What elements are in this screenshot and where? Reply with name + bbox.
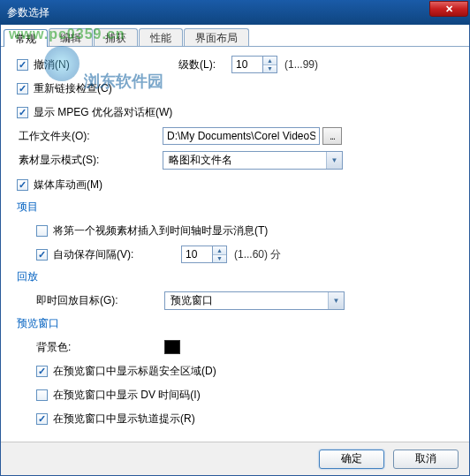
- levels-hint: (1...99): [284, 58, 318, 71]
- undo-label: 撤消(N): [34, 57, 157, 72]
- mediaanim-checkbox[interactable]: [17, 179, 28, 191]
- content-area: 撤消(N) 级数(L): 10 ▲ ▼ (1...99) 重新链接检查(C) 显…: [1, 47, 469, 442]
- mpeg-label: 显示 MPEG 优化器对话框(W): [34, 105, 172, 120]
- close-icon: ✕: [445, 4, 453, 15]
- relink-label: 重新链接检查(C): [34, 81, 112, 96]
- tab-performance[interactable]: 性能: [139, 28, 183, 46]
- relink-checkbox[interactable]: [17, 83, 28, 94]
- spinner-down-icon[interactable]: ▼: [263, 65, 277, 73]
- preview-header: 预览窗口: [17, 316, 453, 331]
- autosave-checkbox[interactable]: [36, 249, 48, 261]
- trackhint-checkbox[interactable]: [36, 413, 48, 425]
- spinner-up-icon[interactable]: ▲: [263, 57, 277, 65]
- levels-label: 级数(L):: [178, 57, 216, 72]
- mediaanim-label: 媒体库动画(M): [34, 178, 102, 193]
- chevron-down-icon: ▼: [326, 152, 342, 169]
- tab-edit[interactable]: 编辑: [49, 28, 93, 46]
- bgcolor-swatch[interactable]: [164, 340, 180, 354]
- spinner-down-icon[interactable]: ▼: [213, 255, 226, 263]
- levels-spinner[interactable]: 10 ▲ ▼: [231, 56, 277, 73]
- cancel-button[interactable]: 取消: [393, 450, 459, 469]
- workfolder-label: 工作文件夹(O):: [17, 129, 163, 144]
- close-button[interactable]: ✕: [429, 1, 468, 17]
- window-title: 参数选择: [7, 5, 429, 20]
- insertmsg-label: 将第一个视频素材插入到时间轴时显示消息(T): [53, 223, 268, 238]
- tab-bar: 常规 编辑 捕获 性能 界面布局: [1, 25, 469, 47]
- autosave-label: 自动保存间隔(V):: [53, 247, 181, 262]
- insertmsg-checkbox[interactable]: [36, 225, 48, 237]
- displaymode-select[interactable]: 略图和文件名 ▼: [163, 151, 343, 170]
- browse-button[interactable]: ...: [322, 127, 342, 145]
- undo-checkbox[interactable]: [17, 59, 28, 71]
- trackhint-label: 在预览窗口中显示轨道提示(R): [53, 412, 195, 427]
- safearea-checkbox[interactable]: [36, 366, 48, 377]
- chevron-down-icon: ▼: [328, 292, 344, 309]
- ok-button[interactable]: 确定: [319, 450, 384, 469]
- autosave-hint: (1...60) 分: [234, 247, 281, 262]
- dvtimecode-label: 在预览窗口中显示 DV 时间码(I): [53, 388, 201, 403]
- autosave-spinner[interactable]: 10 ▲ ▼: [181, 246, 227, 263]
- playback-target-select[interactable]: 预览窗口 ▼: [164, 291, 345, 310]
- playback-target-label: 即时回放目标(G):: [36, 293, 164, 308]
- tab-capture[interactable]: 捕获: [94, 28, 138, 46]
- workfolder-input[interactable]: [163, 127, 320, 145]
- bgcolor-label: 背景色:: [36, 340, 164, 355]
- safearea-label: 在预览窗口中显示标题安全区域(D): [53, 364, 216, 379]
- playback-header: 回放: [17, 269, 453, 284]
- mpeg-checkbox[interactable]: [17, 107, 28, 118]
- project-header: 项目: [17, 200, 453, 215]
- footer: 确定 取消: [1, 442, 469, 475]
- displaymode-label: 素材显示模式(S):: [17, 153, 163, 168]
- spinner-up-icon[interactable]: ▲: [213, 246, 226, 255]
- tab-general[interactable]: 常规: [4, 29, 48, 47]
- titlebar: 参数选择 ✕: [0, 0, 470, 25]
- dvtimecode-checkbox[interactable]: [36, 389, 48, 401]
- tab-layout[interactable]: 界面布局: [184, 28, 249, 46]
